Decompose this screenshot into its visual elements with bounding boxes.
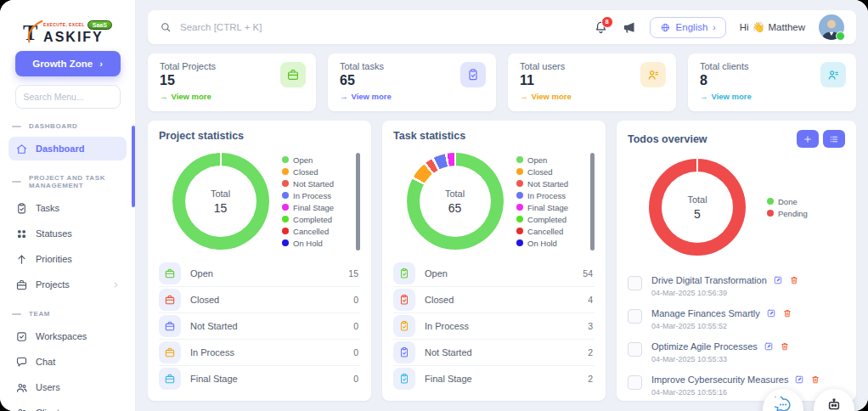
todo-checkbox[interactable] (628, 342, 642, 357)
todo-checkbox[interactable] (628, 375, 642, 390)
sidebar-section-title: DASHBOARD (12, 122, 135, 130)
trash-icon[interactable] (782, 308, 792, 318)
sidebar-item-users[interactable]: Users (8, 375, 127, 399)
legend-item-cancelled[interactable]: Cancelled (516, 227, 586, 236)
sidebar-scrollbar[interactable] (132, 126, 135, 207)
todo-checkbox[interactable] (628, 276, 642, 290)
sidebar-item-statuses[interactable]: Statuses (8, 222, 127, 245)
notifications-button[interactable]: 8 (594, 20, 608, 35)
edit-icon[interactable] (764, 341, 774, 352)
sidebar-search-input[interactable] (15, 85, 121, 109)
globe-icon (660, 22, 671, 33)
todo-timestamp: 04-Mar-2025 10:55:52 (651, 322, 792, 330)
trash-icon[interactable] (789, 275, 799, 285)
sidebar-item-tasks[interactable]: Tasks (8, 196, 127, 220)
todo-list-button[interactable] (823, 130, 845, 148)
wave-emoji: 👋 (752, 21, 765, 33)
todos-overview-card: Todos overview Total 5 (617, 121, 856, 401)
announcements-button[interactable] (622, 20, 636, 35)
sidebar-section-title: TEAM (12, 310, 135, 318)
legend-item-done[interactable]: Done (767, 197, 837, 206)
global-search-input[interactable] (178, 21, 437, 33)
stat-card-total-clients: Total clients 8 →View more (688, 53, 856, 111)
trash-icon[interactable] (810, 374, 820, 385)
user-icon (820, 62, 846, 87)
stats-row: Total Projects 15 →View more Total tasks… (148, 53, 856, 111)
sidebar-item-priorities[interactable]: Priorities (8, 247, 127, 271)
view-more-link[interactable]: →View more (160, 92, 304, 101)
edit-icon[interactable] (766, 308, 776, 318)
plus-icon (803, 134, 813, 144)
legend-item-open[interactable]: Open (282, 155, 352, 165)
search-icon (160, 21, 172, 33)
todo-item: Optimize Agile Processes 04-Mar-2025 10:… (628, 336, 845, 369)
sidebar-item-dashboard[interactable]: Dashboard (8, 137, 127, 160)
megaphone-icon (622, 20, 636, 35)
legend-dot-icon (282, 180, 289, 187)
online-status-dot (836, 31, 845, 41)
legend-item-final-stage[interactable]: Final Stage (516, 203, 586, 212)
todo-item: Drive Digital Transformation 04-Mar-2025… (628, 270, 845, 303)
clipboard-icon (393, 315, 415, 337)
app-window: T EXECUTE, EXCEL SaaS ASKIFY Growth Zone… (0, 0, 868, 411)
todo-checkbox[interactable] (628, 309, 642, 324)
stat-card-total-projects: Total Projects 15 →View more (148, 53, 316, 111)
view-more-link[interactable]: →View more (520, 92, 664, 101)
todo-title: Manage Finances Smartly (651, 308, 760, 318)
project-statistics-card: Project statistics Total 15 Open (148, 121, 371, 401)
legend-dot-icon (282, 168, 289, 175)
brand-tagline: EXECUTE, EXCEL (43, 23, 85, 27)
legend-item-closed[interactable]: Closed (516, 167, 586, 177)
status-row-not-started: Not Started2 (393, 339, 595, 365)
project-status-list: Open15 Closed0 Not Started0 In Process0 … (159, 261, 360, 401)
chevron-right-icon: › (713, 23, 715, 32)
legend-scrollbar[interactable] (356, 153, 360, 251)
trash-icon[interactable] (780, 341, 790, 352)
briefcase-icon (159, 368, 181, 390)
arrow-right-icon: → (340, 92, 348, 101)
legend-scrollbar[interactable] (590, 153, 595, 251)
status-row-closed: Closed0 (159, 286, 360, 312)
legend-item-cancelled[interactable]: Cancelled (282, 227, 352, 236)
legend-dot-icon (282, 204, 289, 211)
legend-dot-icon (282, 228, 289, 234)
edit-icon[interactable] (794, 374, 804, 385)
add-todo-button[interactable] (797, 130, 819, 148)
sidebar-item-projects[interactable]: Projects (8, 273, 127, 296)
legend-item-in-process[interactable]: In Process (282, 191, 352, 200)
chat-bubble-icon (775, 397, 792, 411)
legend-item-pending[interactable]: Pending (767, 209, 837, 218)
legend-item-closed[interactable]: Closed (282, 167, 352, 177)
legend-item-completed[interactable]: Completed (282, 215, 352, 224)
legend-item-open[interactable]: Open (516, 155, 586, 165)
legend-item-on-hold[interactable]: On Hold (282, 239, 352, 248)
growth-zone-button[interactable]: Growth Zone › (15, 51, 121, 76)
task-statistics-card: Task statistics Total 65 OpenClo (382, 121, 606, 401)
brand-logo[interactable]: T EXECUTE, EXCEL SaaS ASKIFY (0, 7, 135, 44)
view-more-link[interactable]: →View more (340, 92, 484, 101)
todo-item: Manage Finances Smartly 04-Mar-2025 10:5… (628, 303, 845, 336)
sidebar-item-chat[interactable]: Chat (8, 350, 127, 374)
sidebar-item-workspaces[interactable]: Workspaces (8, 324, 127, 348)
todo-title: Improve Cybersecurity Measures (651, 374, 788, 385)
avatar[interactable] (819, 14, 844, 40)
legend-item-final-stage[interactable]: Final Stage (282, 203, 352, 212)
legend-item-completed[interactable]: Completed (516, 215, 586, 224)
chart-legend: OpenClosedNot StartedIn ProcessFinal Sta… (282, 153, 360, 251)
legend-item-not-started[interactable]: Not Started (282, 179, 352, 189)
legend-item-not-started[interactable]: Not Started (516, 179, 586, 189)
legend-dot-icon (516, 156, 523, 163)
arrow-right-icon: → (160, 92, 168, 101)
home-icon (15, 143, 28, 155)
chevron-right-icon (112, 281, 120, 289)
legend-item-in-process[interactable]: In Process (516, 191, 586, 200)
assistant-widget-button[interactable] (814, 389, 854, 411)
card-title: Todos overview (628, 133, 707, 145)
legend-dot-icon (516, 204, 523, 211)
sidebar-item-clients[interactable]: Clients (8, 401, 127, 411)
view-more-link[interactable]: →View more (700, 92, 844, 101)
language-selector[interactable]: English › (650, 17, 726, 38)
edit-icon[interactable] (773, 275, 783, 285)
chat-widget-button[interactable] (763, 389, 803, 411)
legend-item-on-hold[interactable]: On Hold (516, 239, 586, 248)
